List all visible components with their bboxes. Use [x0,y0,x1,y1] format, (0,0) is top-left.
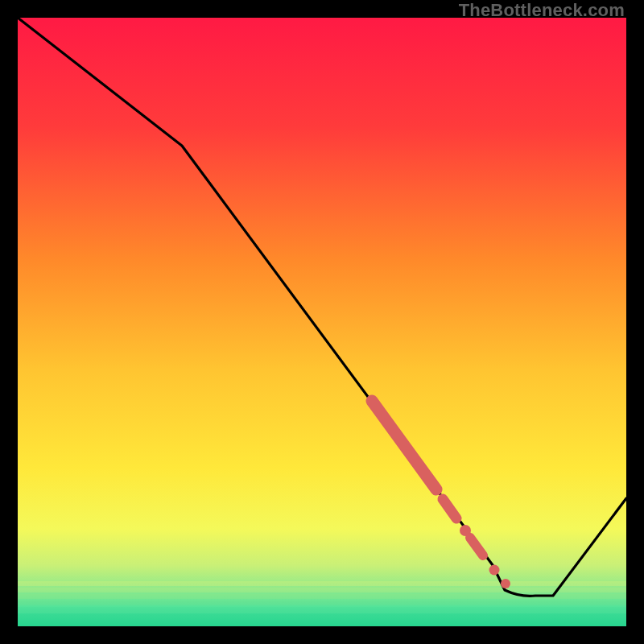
watermark-text: TheBottleneck.com [459,0,625,21]
svg-rect-3 [18,601,626,605]
chart-svg [18,18,626,626]
highlight-dot-3 [501,579,510,588]
chart-frame: TheBottleneck.com [0,0,644,644]
plot-area [18,18,626,626]
svg-rect-0 [18,581,626,586]
svg-rect-1 [18,588,626,592]
gradient-background [18,18,626,626]
svg-rect-4 [18,607,626,613]
highlight-dot-2 [489,565,500,576]
svg-rect-5 [18,613,626,626]
green-bands [18,581,626,626]
